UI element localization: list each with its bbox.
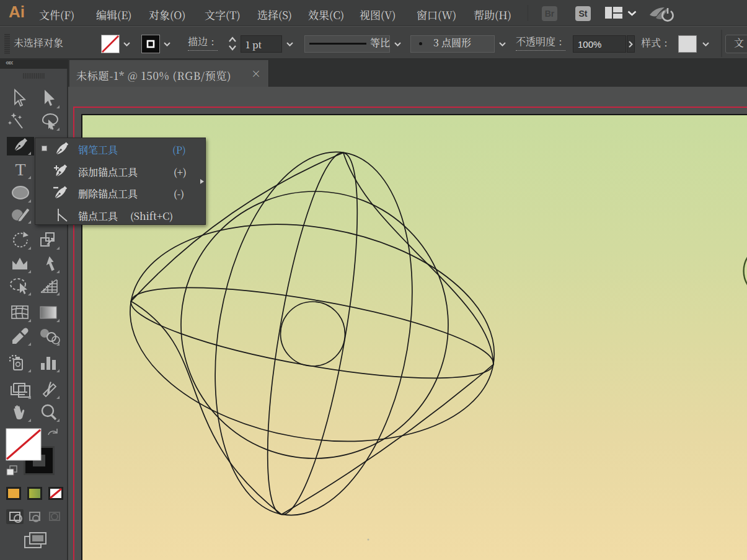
svg-text:T: T <box>15 160 25 179</box>
